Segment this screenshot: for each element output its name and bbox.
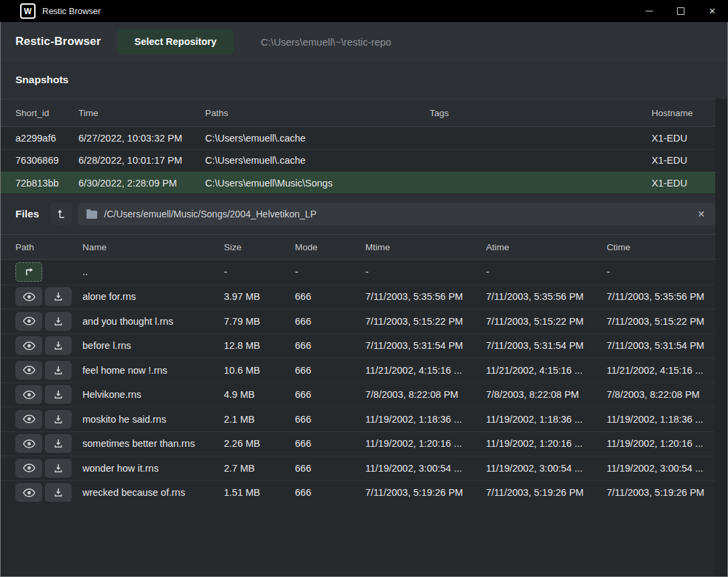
file-mode: 666	[295, 438, 365, 449]
preview-file-button[interactable]	[15, 434, 42, 453]
files-title: Files	[15, 208, 39, 220]
file-mode: 666	[295, 463, 365, 474]
file-ctime: 7/8/2003, 8:22:08 PM	[607, 389, 715, 400]
snapshot-time: 6/27/2022, 10:03:32 PM	[78, 133, 205, 144]
file-atime: 7/11/2003, 5:35:56 PM	[486, 291, 607, 302]
clear-path-button[interactable]: ✕	[691, 204, 711, 224]
download-file-button[interactable]	[45, 312, 72, 331]
download-file-button[interactable]	[45, 410, 72, 429]
column-header-paths: Paths	[205, 108, 430, 118]
eye-icon	[23, 316, 36, 326]
preview-file-button[interactable]	[15, 287, 42, 306]
column-header-ctime: Ctime	[607, 242, 715, 252]
file-atime: 7/8/2003, 8:22:08 PM	[486, 389, 607, 400]
file-row[interactable]: feel home now !.rns10.6 MB66611/21/2002,…	[1, 358, 715, 382]
preview-file-button[interactable]	[15, 483, 42, 502]
file-row[interactable]: sometimes better than.rns2.26 MB66611/19…	[1, 431, 715, 456]
eye-icon	[23, 439, 36, 449]
preview-file-button[interactable]	[15, 312, 42, 331]
download-file-button[interactable]	[45, 336, 72, 355]
eye-icon	[23, 292, 36, 302]
file-size: 2.7 MB	[224, 463, 295, 474]
file-row-actions	[15, 336, 82, 355]
snapshot-short-id: 72b813bb	[15, 178, 78, 189]
snapshot-time: 6/30/2022, 2:28:09 PM	[78, 178, 205, 189]
files-section-header: Files /C/Users/emuell/Music/Songs/2004_H…	[1, 193, 727, 234]
file-ctime: 7/11/2003, 5:31:54 PM	[607, 340, 715, 351]
snapshot-row[interactable]: a2299af66/27/2022, 10:03:32 PMC:\Users\e…	[1, 127, 715, 149]
snapshot-row[interactable]: 763068696/28/2022, 10:01:17 PMC:\Users\e…	[1, 149, 715, 171]
root-directory-button[interactable]	[50, 203, 72, 225]
file-row[interactable]: ..-----	[1, 260, 715, 284]
file-row-actions	[15, 312, 82, 331]
preview-file-button[interactable]	[15, 361, 42, 380]
file-name: ..	[82, 266, 224, 277]
file-row-actions	[15, 459, 82, 478]
snapshots-table-body: a2299af66/27/2022, 10:03:32 PMC:\Users\e…	[1, 127, 727, 194]
file-row-actions	[15, 410, 82, 429]
preview-file-button[interactable]	[15, 459, 42, 478]
files-table-body: ..-----alone for.rns3.97 MB6667/11/2003,…	[1, 260, 727, 505]
file-size: -	[224, 266, 295, 277]
file-mode: 666	[295, 414, 365, 425]
app-window: W Restic Browser ✕ Restic-Browser Select…	[0, 0, 728, 577]
eye-icon	[23, 488, 36, 498]
column-header-hostname: Hostname	[652, 108, 715, 118]
file-row[interactable]: moskito he said.rns2.1 MB66611/19/2002, …	[1, 407, 715, 431]
file-size: 3.97 MB	[224, 291, 295, 302]
file-row[interactable]: and you thought l.rns7.79 MB6667/11/2003…	[1, 309, 715, 333]
file-mtime: 7/11/2003, 5:15:22 PM	[365, 316, 486, 327]
download-icon	[53, 316, 64, 327]
close-button[interactable]: ✕	[696, 0, 728, 22]
window-controls: ✕	[633, 0, 728, 22]
file-row-actions	[15, 434, 82, 453]
page-title: Restic-Browser	[15, 35, 101, 48]
snapshot-short-id: a2299af6	[15, 133, 78, 144]
maximize-button[interactable]	[665, 0, 696, 22]
up-directory-button[interactable]	[15, 262, 42, 282]
current-path-bar[interactable]: /C/Users/emuell/Music/Songs/2004_Helveti…	[78, 203, 715, 225]
download-file-button[interactable]	[45, 459, 72, 478]
file-name: Helvikone.rns	[82, 389, 224, 400]
close-icon: ✕	[709, 7, 716, 15]
download-file-button[interactable]	[45, 361, 72, 380]
scrollbar-gutter[interactable]	[715, 99, 727, 576]
select-repository-button[interactable]: Select Repository	[117, 29, 235, 54]
file-row[interactable]: wrecked because of.rns1.51 MB6667/11/200…	[1, 480, 715, 505]
minimize-button[interactable]	[633, 0, 665, 22]
download-file-button[interactable]	[45, 434, 72, 453]
snapshot-short-id: 76306869	[15, 155, 78, 166]
file-ctime: 11/21/2002, 4:15:16 ...	[607, 365, 715, 376]
maximize-icon	[677, 7, 684, 15]
up-left-corner-arrow-icon	[56, 208, 67, 219]
file-atime: 7/11/2003, 5:31:54 PM	[486, 340, 607, 351]
file-atime: 11/21/2002, 4:15:16 ...	[486, 365, 607, 376]
snapshot-row[interactable]: 72b813bb6/30/2022, 2:28:09 PMC:\Users\em…	[1, 172, 715, 194]
download-file-button[interactable]	[45, 483, 72, 502]
file-name: sometimes better than.rns	[82, 438, 224, 449]
preview-file-button[interactable]	[15, 410, 42, 429]
file-size: 10.6 MB	[224, 365, 295, 376]
file-mode: 666	[295, 340, 365, 351]
app-header: Restic-Browser Select Repository C:\User…	[1, 22, 727, 61]
snapshot-time: 6/28/2022, 10:01:17 PM	[78, 155, 205, 166]
download-file-button[interactable]	[45, 287, 72, 306]
file-name: wrecked because of.rns	[82, 487, 224, 498]
preview-file-button[interactable]	[15, 385, 42, 404]
file-row[interactable]: wonder how it.rns2.7 MB66611/19/2002, 3:…	[1, 456, 715, 480]
eye-icon	[23, 463, 36, 473]
file-row[interactable]: Helvikone.rns4.9 MB6667/8/2003, 8:22:08 …	[1, 382, 715, 407]
snapshot-paths: C:\Users\emuell\Music\Songs	[205, 178, 430, 189]
file-mtime: 11/19/2002, 1:20:16 ...	[365, 438, 486, 449]
file-ctime: 7/11/2003, 5:35:56 PM	[607, 291, 715, 302]
file-row[interactable]: alone for.rns3.97 MB6667/11/2003, 5:35:5…	[1, 284, 715, 309]
download-icon	[53, 291, 64, 302]
column-header-tags: Tags	[430, 108, 652, 118]
preview-file-button[interactable]	[15, 336, 42, 355]
download-file-button[interactable]	[45, 385, 72, 404]
title-bar: W Restic Browser ✕	[0, 0, 728, 22]
file-name: alone for.rns	[82, 291, 224, 302]
file-row-actions	[15, 361, 82, 380]
current-path: /C/Users/emuell/Music/Songs/2004_Helveti…	[104, 209, 316, 219]
file-row[interactable]: before l.rns12.8 MB6667/11/2003, 5:31:54…	[1, 333, 715, 358]
